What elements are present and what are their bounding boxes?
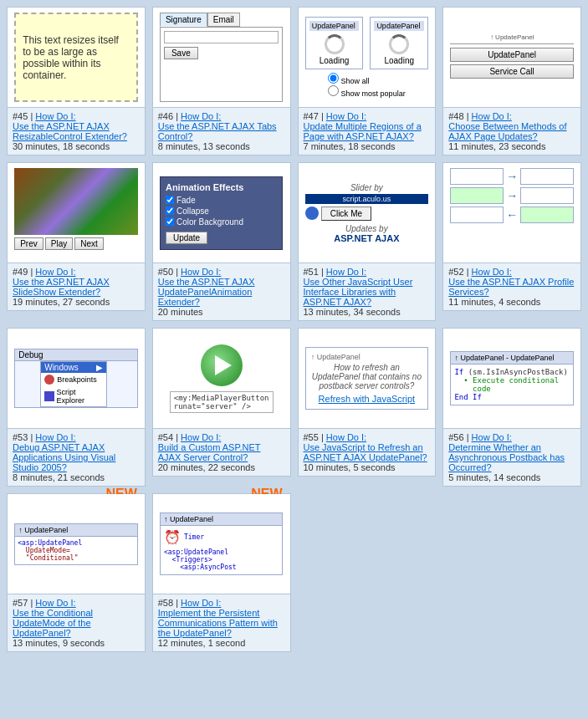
- script-explorer-item[interactable]: Script Explorer: [41, 386, 106, 406]
- card-title[interactable]: Debug ASP.NET AJAX Applications Using Vi…: [13, 442, 115, 472]
- debug-toolbar: Debug: [15, 349, 136, 361]
- card-47: UpdatePanel Loading UpdatePanel Loading: [298, 7, 437, 156]
- updatepanel-label: ↑ UpdatePanel: [311, 353, 422, 361]
- card-info-53: #53 | How Do I: Debug ASP.NET AJAX Appli…: [8, 429, 145, 486]
- card-number: #46 |: [158, 111, 181, 121]
- slide-controls: Prev Play Next: [14, 237, 137, 250]
- timer-title: ↑ UpdatePanel: [161, 513, 282, 526]
- card-wrapper-47: UpdatePanel Loading UpdatePanel Loading: [298, 7, 437, 156]
- card-title[interactable]: Use JavaScript to Refresh an ASP.NET AJA…: [304, 442, 427, 462]
- card-thumbnail-jsrefresh: ↑ UpdatePanel How to refresh an UpdatePa…: [299, 329, 436, 429]
- profile-row-1: →: [450, 168, 573, 185]
- card-info-57: #57 | How Do I: Use the Conditional Upda…: [8, 594, 145, 651]
- debug-preview: Debug Windows ▶ Breakpoints Script Explo…: [14, 349, 137, 408]
- card-link[interactable]: How Do I:: [326, 432, 366, 442]
- tabs-preview: Signature Email Save: [160, 13, 283, 102]
- jsrefresh-preview: ↑ UpdatePanel How to refresh an UpdatePa…: [305, 347, 428, 410]
- card-title[interactable]: Use the Conditional UpdateMode of the Up…: [13, 608, 93, 638]
- card-title[interactable]: Implement the Persistent Communications …: [158, 608, 278, 638]
- card-title[interactable]: Update Multiple Regions of a Page with A…: [304, 121, 422, 141]
- card-link[interactable]: How Do I:: [472, 432, 512, 442]
- prev-button[interactable]: Prev: [14, 237, 43, 250]
- windows-menu-item[interactable]: Windows ▶: [41, 362, 106, 373]
- card-number: #55 |: [304, 432, 326, 442]
- card-number: #45 |: [13, 111, 35, 121]
- card-title[interactable]: Determine Whether an Asynchronous Postba…: [448, 442, 565, 472]
- card-title[interactable]: Use Other JavaScript User Interface Libr…: [304, 277, 413, 307]
- flower-image: [14, 168, 137, 235]
- tab-signature[interactable]: Signature: [160, 13, 207, 27]
- card-time: 8 minutes, 21 seconds: [13, 472, 105, 482]
- click-me-button[interactable]: Click Me: [321, 207, 371, 221]
- card-57: ↑ UpdatePanel <asp:UpdatePanel UpdateMod…: [7, 493, 146, 652]
- profile-preview: → → ←: [450, 168, 573, 258]
- card-grid: This text resizes itself to be as large …: [0, 0, 588, 659]
- card-title[interactable]: Use the ASP.NET AJAX SlideShow Extender?: [13, 277, 110, 297]
- card-link[interactable]: How Do I:: [326, 111, 366, 121]
- card-time: 5 minutes, 14 seconds: [448, 472, 540, 482]
- card-link[interactable]: How Do I:: [326, 267, 366, 277]
- save-button[interactable]: Save: [164, 47, 198, 59]
- servicecall-button[interactable]: Service Call: [450, 64, 573, 79]
- card-46: Signature Email Save #46 | How Do I: Use…: [152, 7, 291, 156]
- card-time: 13 minutes, 34 seconds: [304, 307, 401, 317]
- card-link[interactable]: How Do I:: [181, 111, 221, 121]
- radio-show-popular[interactable]: [328, 85, 339, 96]
- card-time: 20 minutes, 22 seconds: [158, 462, 255, 472]
- card-number: #54 |: [158, 432, 181, 442]
- color-bg-check[interactable]: Color Background: [166, 217, 277, 227]
- conditional-code: If (sm.IsInAsyncPostBack) • Execute cond…: [451, 365, 572, 405]
- radio-show-all[interactable]: [328, 73, 339, 84]
- media-code: <my:MediaPlayerButtonrunat="server" />: [170, 391, 274, 413]
- card-link[interactable]: How Do I:: [35, 267, 75, 277]
- card-info-48: #48 | How Do I: Choose Between Methods o…: [443, 108, 580, 155]
- fade-check[interactable]: Fade: [166, 196, 277, 205]
- card-info-58: #58 | How Do I: Implement the Persistent…: [153, 594, 290, 651]
- card-title[interactable]: Use the ASP.NET AJAX ResizableControl Ex…: [13, 121, 127, 141]
- card-title[interactable]: Build a Custom ASP.NET AJAX Server Contr…: [158, 442, 261, 462]
- card-thumbnail-updatepanel-loading: UpdatePanel Loading UpdatePanel Loading: [299, 8, 436, 108]
- card-title[interactable]: Use the ASP.NET AJAX Profile Services?: [448, 277, 574, 297]
- play-button[interactable]: Play: [45, 237, 73, 250]
- card-thumbnail-debug: Debug Windows ▶ Breakpoints Script Explo…: [8, 329, 145, 429]
- update-button[interactable]: Update: [166, 232, 207, 244]
- card-title[interactable]: Use the ASP.NET AJAX Tabs Control?: [158, 121, 277, 141]
- card-link[interactable]: How Do I:: [181, 598, 221, 608]
- card-link[interactable]: How Do I:: [35, 111, 75, 121]
- card-45: This text resizes itself to be as large …: [7, 7, 146, 156]
- play-circle[interactable]: [201, 344, 243, 386]
- card-title[interactable]: Use the ASP.NET AJAX UpdatePanelAnimatio…: [158, 277, 255, 307]
- card-time: 10 minutes, 5 seconds: [304, 462, 396, 472]
- card-time: 30 minutes, 18 seconds: [13, 141, 110, 151]
- card-link[interactable]: How Do I:: [181, 432, 221, 442]
- card-wrapper-48: ↑ UpdatePanel UpdatePanel Service Call #…: [442, 7, 581, 156]
- breakpoints-item[interactable]: Breakpoints: [41, 373, 106, 386]
- next-button[interactable]: Next: [74, 237, 104, 250]
- tab-content: Save: [160, 27, 283, 102]
- card-link[interactable]: How Do I:: [35, 598, 75, 608]
- tab-input[interactable]: [164, 31, 279, 43]
- animation-preview: Animation Effects Fade Collapse Color Ba…: [160, 176, 283, 250]
- choose-preview: ↑ UpdatePanel UpdatePanel Service Call: [450, 33, 573, 81]
- card-number: #56 |: [448, 432, 471, 442]
- updatepanel-button[interactable]: UpdatePanel: [450, 48, 573, 62]
- card-number: #51 |: [304, 267, 326, 277]
- card-thumbnail-upcond: ↑ UpdatePanel <asp:UpdatePanel UpdateMod…: [8, 494, 145, 594]
- card-51: Slider by script.aculo.us Click Me Updat…: [298, 162, 437, 321]
- card-thumbnail-profile: → → ←: [443, 163, 580, 263]
- collapse-check[interactable]: Collapse: [166, 207, 277, 216]
- card-number: #58 |: [158, 598, 181, 608]
- card-thumbnail-resize: This text resizes itself to be as large …: [8, 8, 145, 108]
- card-link[interactable]: How Do I:: [472, 267, 512, 277]
- card-number: #57 |: [13, 598, 35, 608]
- card-link[interactable]: How Do I:: [35, 432, 75, 442]
- upcond-title: ↑ UpdatePanel: [15, 524, 136, 537]
- radio-group: Show all Show most popular: [328, 73, 406, 98]
- refresh-link[interactable]: Refresh with JavaScript: [311, 394, 422, 404]
- card-link[interactable]: How Do I:: [472, 111, 512, 121]
- card-link[interactable]: How Do I:: [181, 267, 221, 277]
- animation-title: Animation Effects: [166, 182, 277, 192]
- card-time: 19 minutes, 27 seconds: [13, 297, 110, 307]
- card-title[interactable]: Choose Between Methods of AJAX Page Upda…: [448, 121, 566, 141]
- tab-email[interactable]: Email: [207, 13, 240, 27]
